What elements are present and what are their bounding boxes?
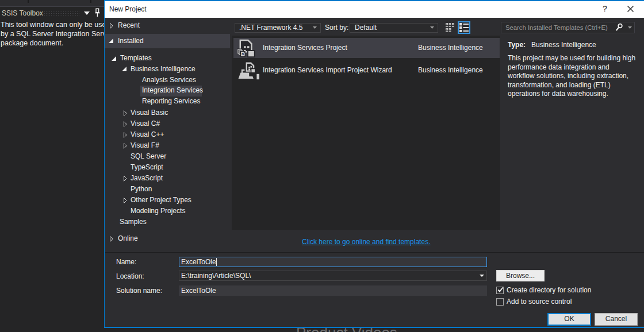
svg-text:B: B: [241, 52, 244, 56]
